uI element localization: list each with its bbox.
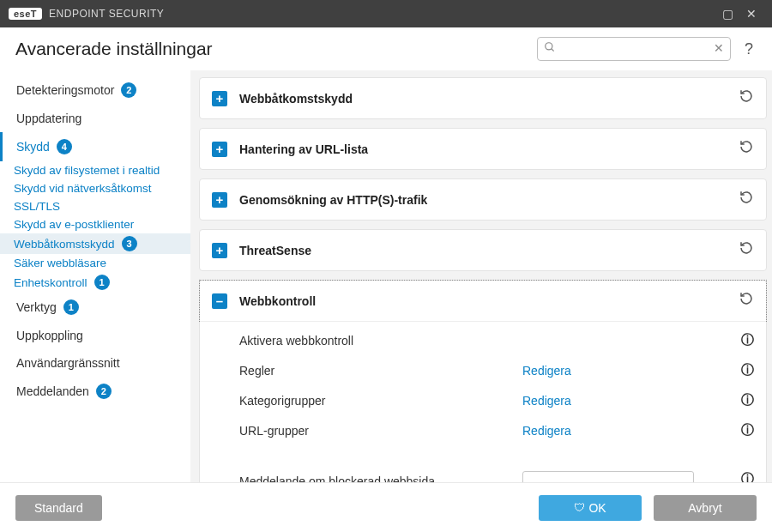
badge: 1 [63, 299, 79, 315]
clear-search-icon[interactable]: ✕ [714, 41, 724, 55]
sidebar-item-label: Skydd av filsystemet i realtid [14, 164, 160, 177]
reset-icon[interactable] [739, 190, 754, 209]
panel-url-lista: + Hantering av URL-lista [199, 128, 767, 170]
sidebar-sub-epost[interactable]: Skydd av e-postklienter [0, 215, 190, 233]
row-kategorigrupper: Kategorigrupper Redigera ⓘ [200, 385, 766, 415]
expand-icon: + [212, 243, 227, 258]
default-button[interactable]: Standard [15, 495, 102, 521]
panel-title: Hantering av URL-lista [239, 142, 739, 156]
sidebar-sub-realtid[interactable]: Skydd av filsystemet i realtid [0, 161, 190, 179]
row-regler: Regler Redigera ⓘ [200, 355, 766, 385]
row-aktivera-webbkontroll: Aktivera webbkontroll ⓘ [200, 325, 766, 355]
panel-header[interactable]: + ThreatSense [200, 230, 766, 270]
page-title: Avancerade inställningar [15, 39, 537, 59]
search-wrap: ✕ [537, 37, 731, 61]
info-icon[interactable]: ⓘ [737, 332, 754, 348]
sidebar-item-label: Skydd av e-postklienter [14, 218, 134, 231]
panel-body: Aktivera webbkontroll ⓘ Regler Redigera … [200, 321, 766, 482]
sidebar-sub-natverk[interactable]: Skydd vid nätverksåtkomst [0, 179, 190, 197]
badge: 4 [57, 139, 72, 154]
panel-header[interactable]: – Webbkontroll [199, 280, 767, 322]
badge: 2 [121, 82, 136, 98]
sidebar-item-anvandargranssnitt[interactable]: Användargränssnitt [0, 349, 190, 377]
panel-title: Genomsökning av HTTP(S)-trafik [239, 193, 739, 207]
cancel-button[interactable]: Avbryt [654, 495, 757, 521]
search-input[interactable] [537, 37, 731, 61]
panel-header[interactable]: + Hantering av URL-lista [200, 129, 766, 169]
badge: 1 [94, 275, 110, 290]
panel-title: Webbkontroll [239, 294, 739, 308]
sidebar-item-label: Säker webbläsare [14, 257, 106, 269]
expand-icon: + [212, 91, 227, 106]
panel-webbatkomstskydd: + Webbåtkomstskydd [199, 77, 767, 119]
main-content: + Webbåtkomstskydd + Hantering av URL-li… [190, 70, 772, 482]
reset-icon[interactable] [739, 139, 754, 159]
help-icon[interactable]: ? [741, 40, 757, 58]
blocked-message-textarea[interactable] [522, 471, 694, 482]
sidebar-item-verktyg[interactable]: Verktyg 1 [0, 293, 190, 322]
sidebar-item-label: Meddelanden [16, 384, 89, 398]
ok-button[interactable]: 🛡 OK [539, 495, 642, 521]
sidebar-item-meddelanden[interactable]: Meddelanden 2 [0, 377, 190, 406]
row-label: Aktivera webbkontroll [239, 334, 522, 348]
sidebar: Detekteringsmotor 2 Uppdatering Skydd 4 … [0, 70, 190, 482]
sidebar-item-label: Skydd [16, 140, 50, 154]
sidebar-sub-enhetskontroll[interactable]: Enhetskontroll 1 [0, 272, 190, 293]
panel-header[interactable]: + Genomsökning av HTTP(S)-trafik [200, 179, 766, 220]
edit-link-regler[interactable]: Redigera [522, 364, 571, 378]
sidebar-item-uppdatering[interactable]: Uppdatering [0, 105, 190, 132]
panel-threatsense: + ThreatSense [199, 229, 767, 271]
sidebar-item-label: Skydd vid nätverksåtkomst [14, 182, 152, 195]
search-icon [544, 41, 556, 56]
panel-title: Webbåtkomstskydd [239, 92, 739, 106]
panel-https-trafik: + Genomsökning av HTTP(S)-trafik [199, 178, 767, 221]
sidebar-item-label: SSL/TLS [14, 200, 60, 213]
info-icon[interactable]: ⓘ [737, 422, 754, 438]
sidebar-item-uppkoppling[interactable]: Uppkoppling [0, 322, 190, 349]
info-icon[interactable]: ⓘ [737, 471, 754, 482]
sidebar-item-skydd[interactable]: Skydd 4 [0, 132, 190, 161]
window-maximize-icon[interactable]: ▢ [715, 7, 739, 21]
reset-icon[interactable] [739, 291, 754, 311]
sidebar-sub-webbatkomst[interactable]: Webbåtkomstskydd 3 [0, 233, 190, 254]
row-label: Kategorigrupper [239, 394, 522, 408]
sidebar-sub-ssltls[interactable]: SSL/TLS [0, 197, 190, 215]
row-label: URL-grupper [239, 424, 522, 438]
expand-icon: + [212, 192, 227, 208]
badge: 3 [122, 236, 137, 251]
sidebar-sub-saker[interactable]: Säker webbläsare [0, 254, 190, 272]
header: Avancerade inställningar ✕ ? [0, 27, 772, 70]
sidebar-item-label: Webbåtkomstskydd [14, 238, 115, 251]
ok-label: OK [588, 501, 606, 515]
row-url-grupper: URL-grupper Redigera ⓘ [200, 415, 766, 445]
sidebar-item-label: Enhetskontroll [14, 276, 87, 289]
sidebar-item-detekteringsmotor[interactable]: Detekteringsmotor 2 [0, 76, 190, 105]
svg-point-0 [546, 43, 552, 50]
panel-header[interactable]: + Webbåtkomstskydd [200, 78, 766, 118]
badge: 2 [96, 384, 112, 399]
sidebar-item-label: Uppkoppling [16, 329, 83, 342]
edit-link-url-grupper[interactable]: Redigera [522, 424, 571, 438]
product-name: ENDPOINT SECURITY [49, 8, 164, 20]
panel-title: ThreatSense [239, 244, 739, 257]
sidebar-item-label: Uppdatering [16, 112, 81, 125]
row-meddelande-blockerad: Meddelande om blockerad webbsida ⓘ [200, 461, 766, 482]
row-label: Meddelande om blockerad webbsida [239, 471, 522, 482]
info-icon[interactable]: ⓘ [737, 392, 754, 408]
row-label: Regler [239, 364, 522, 378]
footer: Standard 🛡 OK Avbryt [0, 482, 772, 532]
edit-link-kategorigrupper[interactable]: Redigera [522, 394, 571, 408]
reset-icon[interactable] [739, 240, 754, 260]
sidebar-item-label: Detekteringsmotor [16, 83, 114, 97]
info-icon[interactable]: ⓘ [737, 362, 754, 378]
brand-logo: eseT [9, 8, 42, 20]
reset-icon[interactable] [739, 88, 754, 108]
sidebar-item-label: Verktyg [16, 300, 57, 314]
window-close-icon[interactable]: ✕ [739, 7, 763, 21]
collapse-icon: – [212, 293, 227, 309]
sidebar-item-label: Användargränssnitt [16, 356, 120, 370]
panel-webbkontroll: – Webbkontroll Aktivera webbkontroll ⓘ R… [199, 280, 767, 482]
titlebar: eseT ENDPOINT SECURITY ▢ ✕ [0, 0, 772, 27]
svg-line-1 [552, 49, 554, 51]
shield-icon: 🛡 [574, 501, 585, 514]
